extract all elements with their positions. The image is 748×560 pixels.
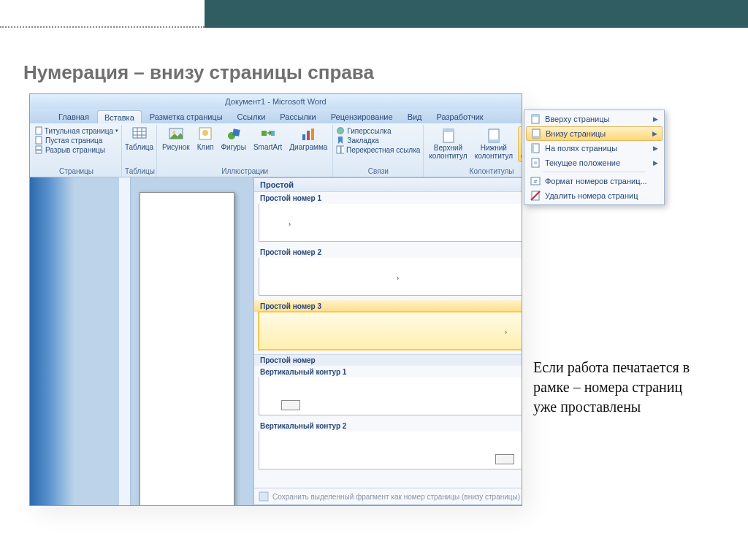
submenu-arrow-icon: ▶ bbox=[653, 145, 658, 152]
clip-icon bbox=[198, 127, 213, 142]
menu-item[interactable]: Вверху страницы▶ bbox=[524, 112, 664, 126]
bookmark-button[interactable]: Закладка bbox=[336, 136, 420, 145]
vertical-ruler bbox=[119, 177, 131, 505]
page-icon bbox=[34, 136, 43, 145]
preview-pagenum: › bbox=[289, 220, 291, 228]
gallery-item[interactable]: Простой номер 1› bbox=[254, 192, 522, 242]
current-icon bbox=[530, 158, 541, 168]
tab-разработчик[interactable]: Разработчик bbox=[430, 110, 490, 123]
menu-label: Вверху страницы bbox=[545, 115, 609, 123]
menu-separator bbox=[543, 172, 645, 172]
gallery-header: Простой bbox=[254, 178, 522, 192]
gallery-item-label: Простой номер 3 bbox=[254, 300, 522, 312]
label: Верхний колонтитул bbox=[429, 145, 467, 160]
header-button[interactable]: Верхний колонтитул bbox=[427, 128, 469, 161]
group-label: Связи bbox=[336, 166, 420, 177]
menu-item[interactable]: Внизу страницы▶ bbox=[526, 126, 663, 141]
gallery-item[interactable]: Вертикальный контур 2 bbox=[254, 420, 522, 469]
menu-label: Удалить номера страниц bbox=[545, 191, 638, 200]
menu-item[interactable]: Удалить номера страниц bbox=[524, 188, 664, 203]
gallery-item[interactable]: Простой номер 3› bbox=[254, 300, 522, 350]
top-icon bbox=[530, 114, 541, 124]
tab-вид[interactable]: Вид bbox=[401, 110, 429, 123]
gallery-item-label: Вертикальный контур 1 bbox=[254, 366, 522, 377]
svg-point-12 bbox=[202, 130, 208, 136]
gallery-item[interactable]: Вертикальный контур 1 bbox=[254, 366, 522, 415]
gallery-item-preview bbox=[259, 377, 522, 415]
picture-icon bbox=[169, 127, 183, 142]
preview-pagenum: › bbox=[397, 275, 399, 282]
label: Рисунок bbox=[162, 143, 190, 151]
tab-разметка страницы[interactable]: Разметка страницы bbox=[143, 110, 229, 123]
smartart-icon bbox=[261, 127, 275, 142]
document-page[interactable] bbox=[140, 192, 234, 506]
menu-label: Текущее положение bbox=[545, 158, 620, 167]
cover-page-button[interactable]: Титульная страница▾ bbox=[34, 126, 118, 135]
slide-decoration bbox=[0, 0, 748, 28]
deco-dotted bbox=[0, 0, 205, 28]
menu-item[interactable]: На полях страницы▶ bbox=[524, 141, 664, 156]
gallery-item-preview: › bbox=[259, 312, 522, 350]
blank-page-button[interactable]: Пустая страница bbox=[34, 136, 118, 145]
tab-рецензирование[interactable]: Рецензирование bbox=[324, 110, 400, 123]
group-label: Иллюстрации bbox=[160, 166, 329, 177]
shapes-button[interactable]: Фигуры bbox=[218, 126, 248, 152]
svg-rect-17 bbox=[302, 134, 305, 140]
page-icon bbox=[34, 126, 42, 135]
menu-item[interactable]: #Формат номеров страниц... bbox=[524, 174, 664, 188]
pagenumber-button[interactable]: #Номер страницы bbox=[518, 126, 522, 162]
tab-главная[interactable]: Главная bbox=[52, 110, 96, 123]
gallery-save[interactable]: Сохранить выделенный фрагмент как номер … bbox=[254, 488, 522, 505]
label: Гиперссылка bbox=[347, 127, 391, 135]
label: Номер страницы bbox=[521, 145, 522, 160]
slide-body-text: Если работа печатается в рамке – номера … bbox=[533, 358, 709, 417]
menu-item[interactable]: Текущее положение▶ bbox=[524, 156, 664, 170]
menu-label: Внизу страницы bbox=[546, 129, 606, 138]
preview-box bbox=[495, 454, 514, 464]
smartart-button[interactable]: SmartArt bbox=[251, 126, 284, 152]
group-headerfooter: Верхний колонтитул Нижний колонтитул #Но… bbox=[424, 125, 522, 177]
group-links: Гиперссылка Закладка Перекрестная ссылка… bbox=[333, 125, 424, 177]
tab-рассылки[interactable]: Рассылки bbox=[273, 110, 322, 123]
svg-rect-15 bbox=[262, 131, 267, 136]
ribbon: Титульная страница▾ Пустая страница Разр… bbox=[30, 123, 522, 177]
group-illustrations: Рисунок Клип Фигуры SmartArt Диаграмма И… bbox=[157, 125, 333, 177]
gallery-item-label: Вертикальный контур 2 bbox=[254, 420, 522, 431]
label: Фигуры bbox=[221, 143, 245, 151]
ribbon-tabs[interactable]: ГлавнаяВставкаРазметка страницыСсылкиРас… bbox=[30, 109, 522, 123]
crossref-button[interactable]: Перекрестная ссылка bbox=[336, 145, 420, 154]
footer-button[interactable]: Нижний колонтитул bbox=[473, 128, 515, 161]
preview-box bbox=[281, 400, 300, 410]
submenu-arrow-icon: ▶ bbox=[652, 130, 657, 137]
svg-rect-41 bbox=[532, 144, 534, 153]
svg-rect-14 bbox=[232, 129, 240, 136]
deco-teal bbox=[205, 0, 748, 28]
title-bar: Документ1 - Microsoft Word bbox=[30, 94, 522, 109]
word-window: Документ1 - Microsoft Word ГлавнаяВставк… bbox=[29, 93, 522, 506]
picture-button[interactable]: Рисунок bbox=[160, 126, 192, 152]
svg-rect-2 bbox=[36, 146, 42, 150]
page-break-button[interactable]: Разрыв страницы bbox=[34, 145, 118, 154]
group-label: Колонтитулы bbox=[427, 166, 522, 177]
crossref-icon bbox=[336, 145, 344, 154]
gallery-item-label: Простой номер 1 bbox=[254, 192, 522, 204]
clip-button[interactable]: Клип bbox=[195, 126, 216, 152]
chart-button[interactable]: Диаграмма bbox=[287, 126, 329, 152]
gallery-item[interactable]: Простой номер 2› bbox=[254, 246, 522, 296]
svg-rect-35 bbox=[259, 492, 268, 501]
tab-вставка[interactable]: Вставка bbox=[97, 110, 142, 123]
svg-rect-37 bbox=[532, 115, 539, 117]
svg-text:#: # bbox=[534, 178, 538, 185]
pagenumber-gallery: Простой Простой номер 1›Простой номер 2›… bbox=[253, 177, 522, 505]
table-button[interactable]: Таблица bbox=[125, 126, 153, 152]
svg-rect-4 bbox=[133, 128, 146, 138]
format-icon: # bbox=[530, 176, 541, 186]
shapes-icon bbox=[226, 127, 241, 142]
chart-icon bbox=[301, 127, 316, 142]
hyperlink-button[interactable]: Гиперссылка bbox=[336, 126, 420, 135]
tab-ссылки[interactable]: Ссылки bbox=[231, 110, 272, 123]
gallery-body[interactable]: Простой номер 1›Простой номер 2›Простой … bbox=[254, 192, 522, 488]
svg-rect-19 bbox=[311, 129, 314, 140]
slide-title: Нумерация – внизу страницы справа bbox=[23, 61, 374, 84]
group-label: Таблицы bbox=[125, 166, 153, 177]
